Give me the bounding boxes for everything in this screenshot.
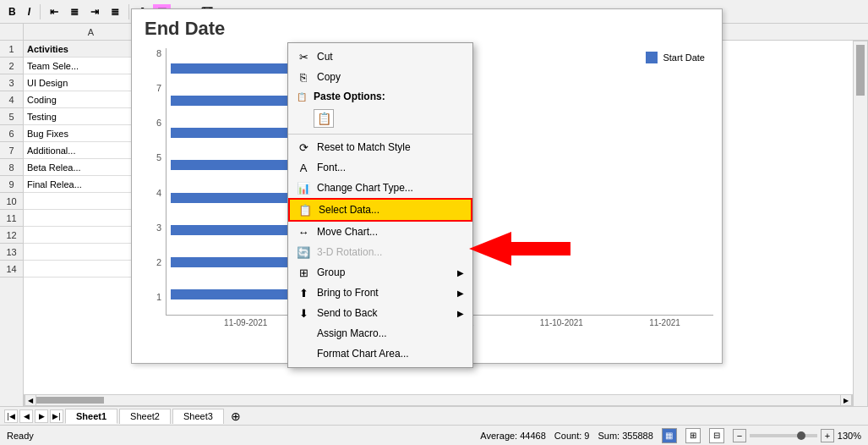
cut-icon: ✂	[297, 50, 310, 63]
status-bar-right: Average: 44468 Count: 9 Sum: 355888 ▦ ⊞ …	[480, 428, 861, 443]
sheet-tab-sheet2[interactable]: Sheet2	[119, 409, 171, 424]
align-center-button[interactable]: ≣	[65, 3, 84, 20]
row-num-10: 10	[0, 193, 23, 210]
page-layout-view-button[interactable]: ⊞	[685, 428, 701, 443]
y-label-1: 1	[156, 292, 161, 302]
y-label-4: 4	[156, 188, 161, 198]
y-label-5: 5	[156, 152, 161, 162]
assign-macro-icon	[297, 327, 310, 340]
send-to-back-menu-item[interactable]: ⬇ Send to Back ▶	[288, 303, 472, 323]
add-sheet-icon[interactable]: ⊕	[231, 409, 241, 423]
menu-sep-1	[288, 134, 472, 135]
y-label-7: 7	[156, 83, 161, 93]
sheet-tab-sheet3[interactable]: Sheet3	[172, 409, 224, 424]
chart-title: End Date	[132, 9, 722, 44]
reset-style-menu-item[interactable]: ⟳ Reset to Match Style	[288, 137, 472, 157]
copy-menu-item[interactable]: ⎘ Copy	[288, 67, 472, 87]
format-chart-icon	[297, 347, 310, 360]
zoom-slider[interactable]	[750, 434, 817, 437]
chart-type-icon: 📊	[297, 181, 310, 195]
hscroll-thumb[interactable]	[36, 397, 104, 404]
align-left-button[interactable]: ⇤	[45, 3, 63, 20]
font-label: Font...	[317, 162, 346, 173]
x-label-1: 11-09-2021	[224, 318, 267, 327]
select-data-label: Select Data...	[319, 204, 379, 216]
status-bar: Ready Average: 44468 Count: 9 Sum: 35588…	[0, 425, 868, 445]
status-sum: Sum: 355888	[598, 431, 652, 441]
change-chart-type-menu-item[interactable]: 📊 Change Chart Type...	[288, 178, 472, 198]
zoom-thumb[interactable]	[797, 431, 805, 440]
copy-label: Copy	[317, 71, 341, 83]
row-num-12: 12	[0, 227, 23, 244]
legend-label-start-date: Start Date	[663, 52, 705, 63]
zoom-in-button[interactable]: +	[821, 429, 834, 442]
align-justify-button[interactable]: ≣	[106, 3, 124, 20]
zoom-level: 130%	[838, 431, 861, 441]
paste-icon-item[interactable]: 📋	[288, 106, 472, 131]
row-num-6: 6	[0, 125, 23, 142]
vertical-scrollbar[interactable]	[853, 41, 868, 413]
group-menu-item[interactable]: ⊞ Group ▶	[288, 262, 472, 283]
italic-button[interactable]: I	[23, 3, 35, 20]
y-label-6: 6	[156, 118, 161, 128]
page-break-view-button[interactable]: ⊟	[709, 428, 724, 443]
reset-style-icon: ⟳	[297, 140, 310, 154]
tab-nav-prev[interactable]: ◀	[19, 409, 33, 423]
align-right-button[interactable]: ⇥	[85, 3, 104, 20]
paste-options-header: 📋 Paste Options:	[288, 87, 472, 106]
chart-y-axis: 8 7 6 5 4 3 2 1	[140, 48, 166, 327]
assign-macro-menu-item[interactable]: Assign Macro...	[288, 323, 472, 343]
bring-to-front-menu-item[interactable]: ⬆ Bring to Front ▶	[288, 283, 472, 303]
row-num-1: 1	[0, 41, 23, 58]
normal-view-button[interactable]: ▦	[662, 428, 677, 443]
tab-nav-last[interactable]: ▶|	[50, 409, 63, 423]
row-num-7: 7	[0, 142, 23, 159]
send-to-back-icon: ⬇	[297, 306, 310, 320]
cut-menu-item[interactable]: ✂ Cut	[288, 47, 472, 67]
copy-icon: ⎘	[297, 70, 310, 84]
row-num-2: 2	[0, 58, 23, 74]
change-chart-type-label: Change Chart Type...	[317, 182, 413, 194]
x-label-4: 11-10-2021	[540, 318, 583, 327]
vscroll-thumb[interactable]	[856, 45, 865, 96]
status-count: Count: 9	[554, 431, 590, 441]
format-chart-area-menu-item[interactable]: Format Chart Area...	[288, 343, 472, 364]
move-chart-label: Move Chart...	[317, 226, 378, 238]
bring-to-front-submenu-arrow: ▶	[457, 288, 464, 298]
sheet-tab-sheet1[interactable]: Sheet1	[65, 409, 117, 424]
bold-button[interactable]: B	[3, 3, 21, 20]
context-menu: ✂ Cut ⎘ Copy 📋 Paste Options: 📋 ⟳ Reset …	[287, 42, 473, 368]
tab-nav-first[interactable]: |◀	[4, 409, 18, 423]
zoom-area: − + 130%	[733, 429, 861, 442]
hscroll-right-button[interactable]: ▶	[840, 394, 852, 406]
3d-rotation-icon: 🔄	[297, 245, 310, 259]
select-data-menu-item[interactable]: 📋 Select Data...	[288, 198, 472, 222]
row-num-8: 8	[0, 159, 23, 176]
arrow-svg	[469, 232, 570, 266]
y-label-2: 2	[156, 257, 161, 267]
group-icon: ⊞	[297, 266, 310, 279]
row-num-9: 9	[0, 176, 23, 193]
paste-options-icon: 📋	[297, 92, 307, 102]
row-num-14: 14	[0, 261, 23, 277]
bring-to-front-icon: ⬆	[297, 286, 310, 299]
reset-style-label: Reset to Match Style	[317, 141, 411, 153]
zoom-out-button[interactable]: −	[733, 429, 746, 442]
svg-marker-0	[469, 232, 570, 266]
row-num-11: 11	[0, 210, 23, 227]
send-to-back-submenu-arrow: ▶	[457, 309, 464, 318]
paste-options-label: Paste Options:	[314, 91, 385, 102]
horizontal-scrollbar[interactable]: ◀ ▶	[24, 394, 853, 406]
3d-rotation-menu-item[interactable]: 🔄 3-D Rotation...	[288, 242, 472, 262]
move-chart-menu-item[interactable]: ↔ Move Chart...	[288, 222, 472, 242]
status-ready: Ready	[7, 431, 34, 441]
hscroll-left-button[interactable]: ◀	[25, 394, 36, 406]
status-average: Average: 44468	[480, 431, 545, 441]
assign-macro-label: Assign Macro...	[317, 327, 387, 339]
row-num-3: 3	[0, 74, 23, 91]
font-menu-item[interactable]: A Font...	[288, 157, 472, 178]
group-submenu-arrow: ▶	[457, 268, 464, 277]
row-num-5: 5	[0, 108, 23, 125]
x-label-5: 11-2021	[649, 318, 680, 327]
tab-nav-next[interactable]: ▶	[35, 409, 48, 423]
